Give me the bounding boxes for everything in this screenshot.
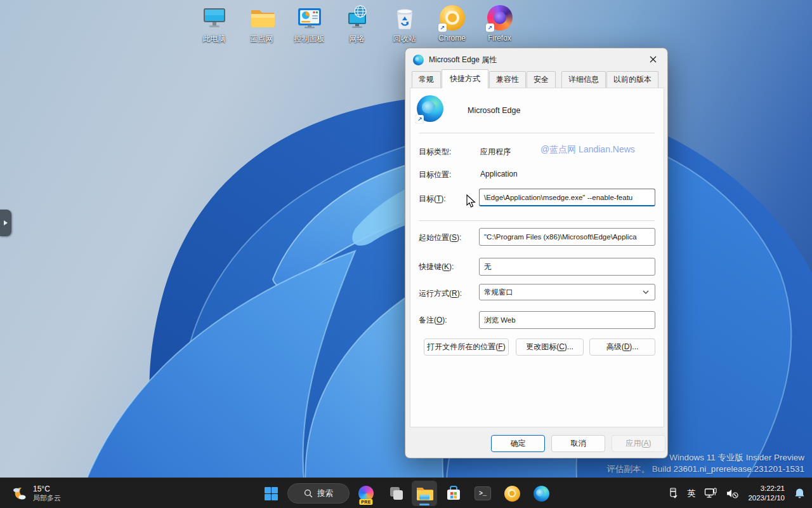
chrome-icon: ↗ — [438, 3, 467, 32]
task-view-button[interactable] — [383, 481, 408, 506]
start-button[interactable] — [258, 481, 284, 506]
chevron-right-icon — [4, 220, 8, 225]
desktop-icon-landian-folder[interactable]: 蓝点网 — [238, 3, 285, 44]
desktop-icon-firefox[interactable]: ↗ Firefox — [476, 3, 523, 44]
file-explorer-icon — [416, 486, 433, 501]
edge-logo-icon — [413, 55, 424, 65]
apply-button[interactable]: 应用(A) — [612, 435, 665, 452]
usb-icon — [668, 488, 678, 499]
network-ethernet-icon — [704, 488, 717, 499]
comment-input[interactable]: 浏览 Web — [479, 311, 655, 329]
terminal-icon: >_ — [475, 486, 491, 500]
shortcut-key-label: 快捷键(K): — [419, 262, 454, 272]
target-type-value: 应用程序 — [480, 147, 511, 157]
shortcut-key-input[interactable]: 无 — [479, 258, 655, 276]
clock[interactable]: 3:22:21 2023/12/10 — [744, 484, 789, 503]
weather-condition: 局部多云 — [33, 493, 61, 503]
divider — [419, 133, 655, 133]
dialog-titlebar: Microsoft Edge 属性 — [405, 48, 667, 71]
clock-time: 3:22:21 — [748, 484, 785, 493]
file-explorer-button[interactable] — [412, 481, 437, 506]
desktop-icon-network[interactable]: 网络 — [333, 3, 381, 44]
desktop-icon-chrome[interactable]: ↗ Chrome — [428, 3, 476, 44]
weather-widget[interactable]: 15°C 局部多云 — [6, 478, 66, 508]
volume-muted-button[interactable] — [723, 481, 742, 506]
ime-indicator[interactable]: 英 — [684, 481, 698, 506]
clock-date: 2023/12/10 — [748, 493, 785, 503]
desktop-icon-recycle-bin[interactable]: 回收站 — [381, 3, 428, 44]
desktop-icon-label: 蓝点网 — [251, 34, 273, 44]
desktop-icon-label: Firefox — [488, 34, 511, 43]
start-in-label: 起始位置(S): — [419, 232, 461, 243]
tab-previous-versions[interactable]: 以前的版本 — [606, 71, 658, 88]
desktop-icons: 此电脑 蓝点网 控制面板 网络 回收站 ↗ Chrome — [190, 3, 523, 44]
target-label: 目标(T): — [419, 194, 446, 204]
desktop-icon-label: 回收站 — [393, 34, 416, 44]
weather-moon-cloud-icon — [11, 485, 28, 502]
copilot-pre-badge: PRE — [359, 499, 372, 505]
target-input[interactable]: \Edge\Application\msedge.exe" --enable-f… — [479, 189, 655, 206]
notification-center-button[interactable] — [791, 481, 808, 506]
taskbar-tray: 英 3:22:21 2023/12/10 — [665, 478, 808, 508]
search-box[interactable]: 搜索 — [287, 483, 350, 504]
advanced-button[interactable]: 高级(D)... — [589, 338, 655, 356]
widgets-flyout-handle[interactable] — [0, 210, 11, 236]
terminal-button[interactable]: >_ — [470, 481, 495, 506]
target-type-label: 目标类型: — [419, 147, 451, 157]
task-view-icon — [386, 485, 404, 502]
copilot-button[interactable]: PRE — [353, 481, 379, 506]
firefox-icon: ↗ — [485, 3, 514, 32]
dialog-title: Microsoft Edge 属性 — [429, 55, 497, 65]
chevron-down-icon — [643, 290, 649, 294]
edge-logo-icon-large: ↗ — [417, 95, 443, 122]
edge-button[interactable] — [528, 481, 554, 506]
search-icon — [304, 489, 313, 498]
close-icon — [650, 56, 657, 63]
chrome-canary-button[interactable] — [499, 481, 525, 506]
folder-icon — [247, 3, 277, 32]
run-mode-select[interactable]: 常规窗口 — [479, 284, 655, 300]
comment-label: 备注(O): — [419, 315, 447, 326]
taskbar-center: 搜索 PRE >_ — [258, 478, 554, 508]
usb-eject-button[interactable] — [665, 481, 681, 506]
network-tray-button[interactable] — [701, 481, 720, 506]
desktop-icon-label: 网络 — [350, 34, 365, 44]
dialog-tabs: 常规 快捷方式 兼容性 安全 详细信息 以前的版本 — [412, 72, 659, 88]
shortcut-arrow-badge: ↗ — [438, 23, 447, 32]
desktop-icon-label: 控制面板 — [294, 34, 325, 44]
shortcut-tab-panel: ↗ Microsoft Edge 目标类型: 应用程序 @蓝点网 Landian… — [410, 88, 664, 427]
change-icon-button[interactable]: 更改图标(C)... — [516, 338, 584, 356]
close-button[interactable] — [643, 50, 662, 68]
this-pc-icon — [200, 3, 229, 32]
desktop-icon-control-panel[interactable]: 控制面板 — [285, 3, 333, 44]
volume-muted-icon — [726, 488, 738, 499]
landian-watermark: @蓝点网 Landian.News — [540, 144, 635, 156]
desktop-icon-this-pc[interactable]: 此电脑 — [190, 3, 238, 44]
tab-shortcut[interactable]: 快捷方式 — [442, 69, 488, 88]
taskbar: 15°C 局部多云 搜索 PRE — [0, 478, 812, 508]
app-name: Microsoft Edge — [468, 106, 520, 115]
weather-temp: 15°C — [33, 485, 61, 493]
ok-button[interactable]: 确定 — [491, 435, 545, 452]
cancel-button[interactable]: 取消 — [551, 435, 605, 452]
search-label: 搜索 — [317, 488, 333, 499]
tab-security[interactable]: 安全 — [527, 71, 556, 88]
microsoft-store-button[interactable] — [441, 481, 466, 506]
tab-details[interactable]: 详细信息 — [561, 71, 606, 88]
recycle-bin-icon — [390, 3, 419, 32]
microsoft-store-icon — [445, 485, 462, 502]
desktop-icon-label: Chrome — [438, 34, 466, 43]
edge-icon — [534, 486, 549, 502]
tab-compatibility[interactable]: 兼容性 — [489, 71, 526, 88]
network-icon — [343, 3, 372, 32]
shortcut-arrow-badge: ↗ — [416, 115, 424, 123]
chrome-canary-icon — [504, 486, 520, 502]
edge-properties-dialog: Microsoft Edge 属性 常规 快捷方式 兼容性 安全 详细信息 以前… — [405, 48, 668, 458]
target-location-value: Application — [480, 170, 518, 178]
os-watermark-line2: 评估副本。 Build 23601.ni_prerelease.231201-1… — [607, 464, 804, 475]
open-file-location-button[interactable]: 打开文件所在的位置(F) — [424, 338, 509, 356]
start-in-input[interactable]: "C:\Program Files (x86)\Microsoft\Edge\A… — [479, 228, 655, 246]
tab-general[interactable]: 常规 — [412, 71, 441, 88]
divider — [419, 220, 655, 221]
target-location-label: 目标位置: — [419, 170, 451, 180]
